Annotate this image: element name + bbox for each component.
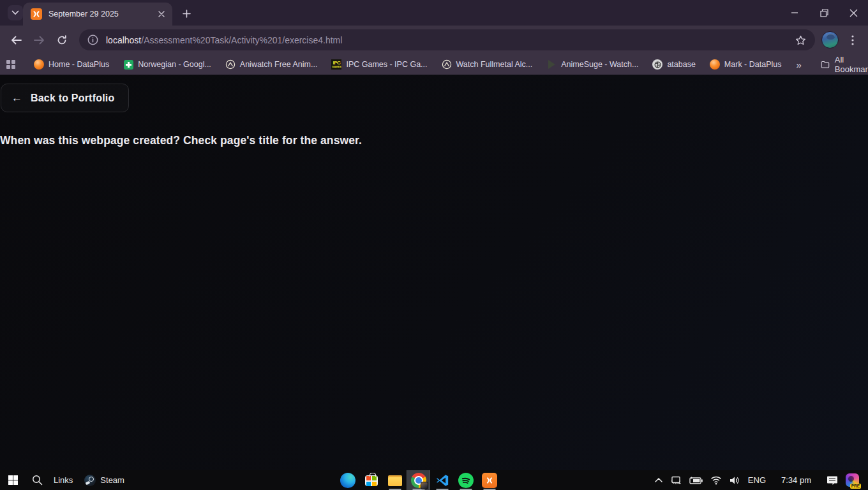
links-toolbar-label[interactable]: Links: [54, 475, 73, 485]
address-bar[interactable]: localhost/Assessment%20Task/Activity%201…: [79, 29, 815, 50]
left-arrow-icon: ←: [11, 92, 22, 105]
back-to-portfolio-button[interactable]: ← Back to Portfolio: [1, 84, 129, 112]
system-tray: ENG 7:34 pm PRE: [651, 470, 868, 490]
kebab-menu-icon: [851, 35, 854, 45]
bookmark-mark-dataplus[interactable]: Mark - DataPlus: [705, 57, 786, 72]
tray-wifi[interactable]: [707, 470, 726, 490]
restore-icon: [820, 9, 828, 17]
tray-language[interactable]: ENG: [744, 470, 770, 490]
star-icon: [795, 35, 806, 45]
tray-clock[interactable]: 7:34 pm: [770, 470, 823, 490]
action-center-button[interactable]: [823, 470, 842, 490]
taskbar-vscode-button[interactable]: [430, 470, 454, 490]
restore-button[interactable]: [809, 0, 839, 26]
taskbar-edge-button[interactable]: [336, 470, 359, 490]
plus-icon: [183, 10, 191, 18]
browser-tab[interactable]: September 29 2025: [23, 3, 172, 26]
edge-icon: [340, 473, 355, 488]
orange-sphere-icon: [710, 59, 720, 70]
taskbar-spotify-button[interactable]: [454, 470, 477, 490]
tab-search-button[interactable]: [8, 5, 23, 20]
close-window-button[interactable]: [839, 0, 868, 26]
aniwatch-logo-icon: [225, 59, 236, 70]
info-icon: [87, 34, 98, 45]
steam-icon: [84, 475, 96, 486]
pre-app-button[interactable]: PRE: [842, 470, 868, 490]
bookmark-label: Norwegian - Googl...: [138, 60, 211, 69]
window-controls: [780, 0, 868, 26]
back-arrow-icon: [11, 36, 22, 45]
search-icon: [32, 475, 43, 486]
url-text[interactable]: localhost/Assessment%20Task/Activity%201…: [106, 35, 792, 45]
minimize-button[interactable]: [780, 0, 809, 26]
speaker-icon: [730, 476, 740, 485]
chevron-up-icon: [655, 478, 662, 482]
tab-close-button[interactable]: [156, 8, 167, 20]
taskbar-chrome-button[interactable]: [407, 470, 430, 490]
forward-arrow-icon: [34, 36, 45, 45]
all-bookmarks-button[interactable]: All Bookmarks: [817, 55, 868, 74]
knot-globe-icon: [652, 59, 662, 70]
spotify-icon: [458, 473, 474, 488]
windows-logo-icon: [8, 475, 18, 485]
chrome-profile-badge: [421, 482, 428, 489]
tray-volume[interactable]: [726, 470, 744, 490]
bookmark-label: IPC Games - IPC Ga...: [346, 60, 427, 69]
bookmark-label: Watch Fullmetal Alc...: [456, 60, 533, 69]
desktop-screen: September 29 2025: [0, 0, 868, 490]
bookmark-atabase[interactable]: atabase: [648, 57, 700, 72]
site-info-button[interactable]: [84, 32, 101, 48]
browser-menu-button[interactable]: [844, 31, 862, 49]
back-button[interactable]: [5, 29, 27, 51]
tray-battery[interactable]: [685, 470, 707, 490]
close-icon: [158, 11, 165, 17]
apps-grid-button[interactable]: [6, 57, 15, 72]
reload-button[interactable]: [51, 29, 73, 51]
start-button[interactable]: [0, 470, 26, 490]
bookmark-animesuge[interactable]: AnimeSuge - Watch...: [542, 57, 643, 72]
taskbar-xampp-button[interactable]: [477, 470, 501, 490]
play-triangle-icon: [546, 59, 557, 70]
bookmark-star-button[interactable]: [792, 32, 809, 48]
browser-titlebar: September 29 2025: [0, 0, 868, 26]
close-icon: [849, 9, 858, 17]
tab-title: September 29 2025: [49, 10, 156, 19]
folder-icon: [821, 60, 830, 69]
taskbar: Links Steam: [0, 470, 868, 490]
tray-expand-button[interactable]: [651, 470, 666, 490]
steam-label: Steam: [100, 475, 124, 485]
bookmark-label: Mark - DataPlus: [724, 60, 782, 69]
bookmark-aniwatch[interactable]: Aniwatch Free Anim...: [221, 57, 322, 72]
new-tab-button[interactable]: [179, 6, 194, 21]
bookmark-label: AnimeSuge - Watch...: [561, 60, 638, 69]
notification-icon: [827, 475, 838, 486]
minimize-icon: [791, 9, 798, 17]
chevron-down-icon: [11, 10, 19, 15]
file-explorer-icon: [387, 473, 403, 488]
browser-toolbar: localhost/Assessment%20Task/Activity%201…: [0, 26, 868, 54]
language-indicator: ENG: [748, 475, 766, 485]
bookmark-fullmetal[interactable]: Watch Fullmetal Alc...: [437, 57, 537, 72]
bookmarks-overflow-button[interactable]: »: [791, 59, 806, 70]
bookmark-label: Aniwatch Free Anim...: [240, 60, 318, 69]
bookmarks-bar: Home - DataPlus Norwegian - Googl... Ani…: [0, 54, 868, 75]
vscode-icon: [435, 473, 449, 487]
wifi-icon: [710, 476, 722, 485]
green-sheet-icon: [123, 59, 133, 70]
taskbar-pinned-apps: [336, 470, 501, 490]
steam-shortcut[interactable]: Steam: [79, 475, 130, 486]
taskbar-explorer-button[interactable]: [383, 470, 407, 490]
taskbar-store-button[interactable]: [359, 470, 383, 490]
pre-app-icon: PRE: [846, 473, 859, 487]
profile-avatar[interactable]: [821, 31, 839, 48]
bookmark-ipc-games[interactable]: IPCGAMES IPC Games - IPC Ga...: [327, 57, 431, 72]
url-host: localhost: [106, 35, 141, 45]
forward-button[interactable]: [28, 29, 50, 51]
taskbar-search-button[interactable]: [26, 470, 49, 490]
webpage-content: ← Back to Portfolio When was this webpag…: [0, 75, 868, 470]
all-bookmarks-label: All Bookmarks: [835, 55, 868, 74]
tray-tablet-mode[interactable]: [666, 470, 685, 490]
bookmark-norwegian[interactable]: Norwegian - Googl...: [119, 57, 216, 72]
bookmark-label: Home - DataPlus: [49, 60, 109, 69]
bookmark-home-dataplus[interactable]: Home - DataPlus: [29, 57, 114, 72]
